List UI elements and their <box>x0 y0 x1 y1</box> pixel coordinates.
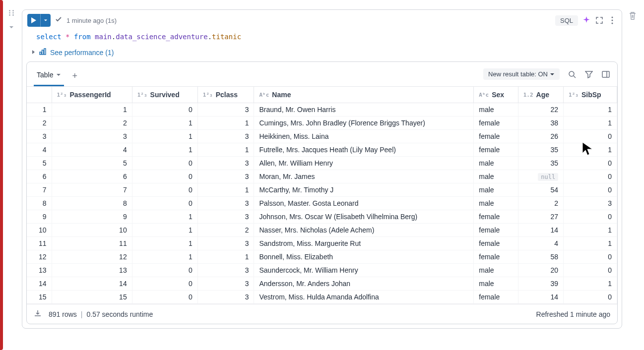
cell-survived[interactable]: 1 <box>132 237 197 250</box>
cell-sibsp[interactable]: 1 <box>564 103 617 117</box>
download-icon[interactable] <box>34 309 42 319</box>
column-header-pclass[interactable]: 1²₃Pclass <box>197 87 254 103</box>
run-dropdown-icon[interactable] <box>40 14 51 27</box>
cell-name[interactable]: Braund, Mr. Owen Harris <box>254 103 474 117</box>
cell-passengerid[interactable]: 2 <box>52 117 132 130</box>
cell-sibsp[interactable]: 0 <box>564 291 617 304</box>
filter-icon[interactable] <box>584 70 593 79</box>
cell-sex[interactable]: female <box>474 210 518 224</box>
panel-icon[interactable] <box>601 70 610 79</box>
table-row[interactable]: 8803Palsson, Master. Gosta Leonardmale23 <box>27 197 617 210</box>
table-row[interactable]: 151503Vestrom, Miss. Hulda Amanda Adolfi… <box>27 291 617 304</box>
cell-age[interactable]: 14 <box>518 291 563 304</box>
cell-survived[interactable]: 0 <box>132 291 197 304</box>
cell-name[interactable]: Andersson, Mr. Anders Johan <box>254 277 474 291</box>
column-header-sex[interactable]: AᵇcSex <box>474 87 518 103</box>
cell-name[interactable]: Vestrom, Miss. Hulda Amanda Adolfina <box>254 291 474 304</box>
language-badge[interactable]: SQL <box>555 15 578 26</box>
cell-passengerid[interactable]: 5 <box>52 157 132 170</box>
cell-sibsp[interactable]: 0 <box>564 264 617 277</box>
cell-passengerid[interactable]: 13 <box>52 264 132 277</box>
cell-age[interactable]: 14 <box>518 224 563 237</box>
cell-pclass[interactable]: 3 <box>197 103 254 117</box>
column-header-age[interactable]: 1.2Age <box>518 87 563 103</box>
cell-sex[interactable]: male <box>474 170 518 183</box>
cell-sibsp[interactable]: 0 <box>564 210 617 224</box>
table-row[interactable]: 141403Andersson, Mr. Anders Johanmale391 <box>27 277 617 291</box>
cell-name[interactable]: McCarthy, Mr. Timothy J <box>254 183 474 197</box>
cell-sibsp[interactable]: 3 <box>564 197 617 210</box>
cell-passengerid[interactable]: 15 <box>52 291 132 304</box>
cell-age[interactable]: 22 <box>518 103 563 117</box>
table-row[interactable]: 2211Cumings, Mrs. John Bradley (Florence… <box>27 117 617 130</box>
delete-cell-icon[interactable] <box>629 11 637 22</box>
cell-survived[interactable]: 1 <box>132 130 197 143</box>
result-table-toggle[interactable]: New result table: ON <box>483 68 560 80</box>
cell-sex[interactable]: female <box>474 250 518 264</box>
table-row[interactable]: 111113Sandstrom, Miss. Marguerite Rutfem… <box>27 237 617 250</box>
cell-name[interactable]: Nasser, Mrs. Nicholas (Adele Achem) <box>254 224 474 237</box>
cell-name[interactable]: Johnson, Mrs. Oscar W (Elisabeth Vilhelm… <box>254 210 474 224</box>
cell-pclass[interactable]: 1 <box>197 183 254 197</box>
cell-sibsp[interactable]: 0 <box>564 250 617 264</box>
cell-age[interactable]: 58 <box>518 250 563 264</box>
cell-age[interactable]: 35 <box>518 143 563 157</box>
cell-survived[interactable]: 0 <box>132 170 197 183</box>
cell-survived[interactable]: 1 <box>132 250 197 264</box>
cell-age[interactable]: 27 <box>518 210 563 224</box>
cell-name[interactable]: Palsson, Master. Gosta Leonard <box>254 197 474 210</box>
cell-sibsp[interactable]: 0 <box>564 170 617 183</box>
cell-sibsp[interactable]: 1 <box>564 277 617 291</box>
cell-sex[interactable]: male <box>474 277 518 291</box>
table-row[interactable]: 7701McCarthy, Mr. Timothy Jmale540 <box>27 183 617 197</box>
cell-name[interactable]: Moran, Mr. James <box>254 170 474 183</box>
cell-sex[interactable]: male <box>474 197 518 210</box>
column-header-passengerid[interactable]: 1²₃PassengerId <box>52 87 132 103</box>
drag-handle-icon[interactable] <box>8 9 15 18</box>
cell-survived[interactable]: 1 <box>132 224 197 237</box>
cell-name[interactable]: Sandstrom, Miss. Marguerite Rut <box>254 237 474 250</box>
table-row[interactable]: 101012Nasser, Mrs. Nicholas (Adele Achem… <box>27 224 617 237</box>
column-header-name[interactable]: AᵇcName <box>254 87 474 103</box>
cell-sex[interactable]: female <box>474 291 518 304</box>
cell-passengerid[interactable]: 9 <box>52 210 132 224</box>
column-header-sibsp[interactable]: 1²₃SibSp <box>564 87 617 103</box>
cell-pclass[interactable]: 3 <box>197 277 254 291</box>
chevron-down-icon[interactable] <box>56 72 61 78</box>
cell-pclass[interactable]: 3 <box>197 210 254 224</box>
add-tab-button[interactable]: + <box>70 71 79 81</box>
table-row[interactable]: 9913Johnson, Mrs. Oscar W (Elisabeth Vil… <box>27 210 617 224</box>
cell-age[interactable]: 26 <box>518 130 563 143</box>
cell-passengerid[interactable]: 11 <box>52 237 132 250</box>
cell-sex[interactable]: male <box>474 183 518 197</box>
cell-age[interactable]: 2 <box>518 197 563 210</box>
cell-sex[interactable]: female <box>474 237 518 250</box>
cell-pclass[interactable]: 1 <box>197 250 254 264</box>
cell-survived[interactable]: 0 <box>132 183 197 197</box>
cell-passengerid[interactable]: 4 <box>52 143 132 157</box>
performance-link[interactable]: See performance (1) <box>50 49 114 57</box>
cell-survived[interactable]: 0 <box>132 264 197 277</box>
cell-age[interactable]: 20 <box>518 264 563 277</box>
cell-survived[interactable]: 1 <box>132 143 197 157</box>
cell-pclass[interactable]: 3 <box>197 157 254 170</box>
cell-sex[interactable]: male <box>474 264 518 277</box>
cell-passengerid[interactable]: 10 <box>52 224 132 237</box>
cell-passengerid[interactable]: 7 <box>52 183 132 197</box>
cell-passengerid[interactable]: 14 <box>52 277 132 291</box>
table-row[interactable]: 4411Futrelle, Mrs. Jacques Heath (Lily M… <box>27 143 617 157</box>
cell-name[interactable]: Saundercock, Mr. William Henry <box>254 264 474 277</box>
cell-sex[interactable]: female <box>474 117 518 130</box>
cell-passengerid[interactable]: 8 <box>52 197 132 210</box>
cell-pclass[interactable]: 1 <box>197 117 254 130</box>
cell-survived[interactable]: 1 <box>132 117 197 130</box>
cell-sex[interactable]: female <box>474 130 518 143</box>
row-number-header[interactable] <box>27 87 52 103</box>
cell-sex[interactable]: female <box>474 224 518 237</box>
table-row[interactable]: 121211Bonnell, Miss. Elizabethfemale580 <box>27 250 617 264</box>
cell-survived[interactable]: 0 <box>132 197 197 210</box>
cell-passengerid[interactable]: 1 <box>52 103 132 117</box>
cell-pclass[interactable]: 3 <box>197 170 254 183</box>
cell-pclass[interactable]: 3 <box>197 130 254 143</box>
collapse-toggle-icon[interactable] <box>9 24 14 31</box>
